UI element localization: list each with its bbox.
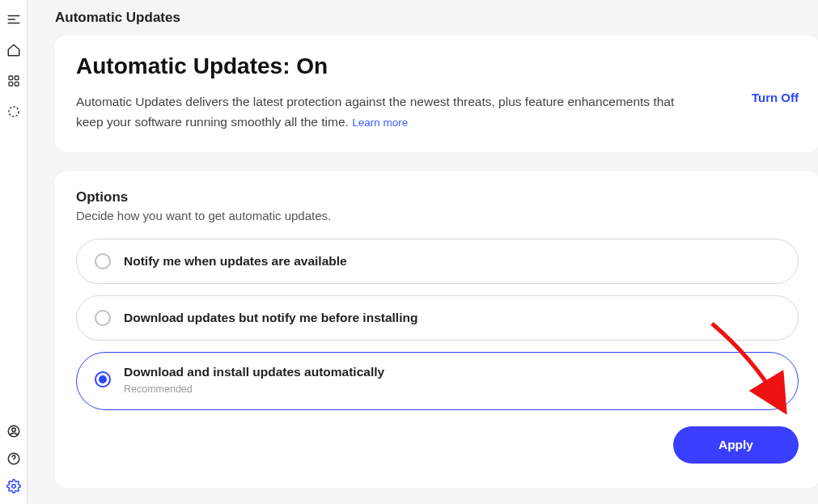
radio-icon (95, 371, 111, 388)
option-auto-install[interactable]: Download and install updates automatical… (76, 352, 799, 410)
options-title: Options (76, 189, 799, 205)
svg-rect-5 (9, 82, 13, 86)
turn-off-link[interactable]: Turn Off (752, 91, 799, 104)
help-icon[interactable] (6, 451, 22, 467)
radio-icon (95, 310, 111, 326)
options-card: Options Decide how you want to get autom… (55, 172, 818, 488)
account-icon[interactable] (6, 423, 22, 439)
svg-point-12 (11, 485, 15, 489)
svg-rect-6 (15, 82, 19, 86)
status-card: Automatic Updates: On Automatic Updates … (55, 36, 818, 152)
options-subtitle: Decide how you want to get automatic upd… (76, 209, 799, 222)
status-description: Automatic Updates delivers the latest pr… (76, 92, 691, 133)
svg-rect-3 (9, 76, 13, 80)
svg-rect-4 (15, 76, 19, 80)
option-notify[interactable]: Notify me when updates are available (76, 239, 799, 284)
svg-point-11 (13, 461, 14, 462)
option-sublabel: Recommended (124, 383, 384, 395)
page-title: Automatic Updates (28, 10, 818, 36)
menu-icon[interactable] (6, 11, 22, 28)
scan-icon[interactable] (6, 104, 22, 120)
home-icon[interactable] (6, 42, 22, 58)
radio-icon (95, 253, 111, 269)
apps-icon[interactable] (6, 73, 22, 89)
status-title: Automatic Updates: On (76, 53, 691, 79)
apply-button[interactable]: Apply (673, 426, 799, 464)
option-label: Download and install updates automatical… (124, 364, 384, 380)
option-download-notify[interactable]: Download updates but notify me before in… (76, 295, 799, 341)
option-label: Download updates but notify me before in… (124, 310, 417, 326)
settings-icon[interactable] (6, 478, 22, 494)
main-content: Automatic Updates Automatic Updates: On … (28, 0, 818, 504)
sidebar (0, 0, 28, 504)
option-label: Notify me when updates are available (124, 253, 347, 269)
svg-point-9 (11, 428, 15, 432)
svg-point-7 (9, 107, 19, 116)
learn-more-link[interactable]: Learn more (352, 116, 408, 129)
